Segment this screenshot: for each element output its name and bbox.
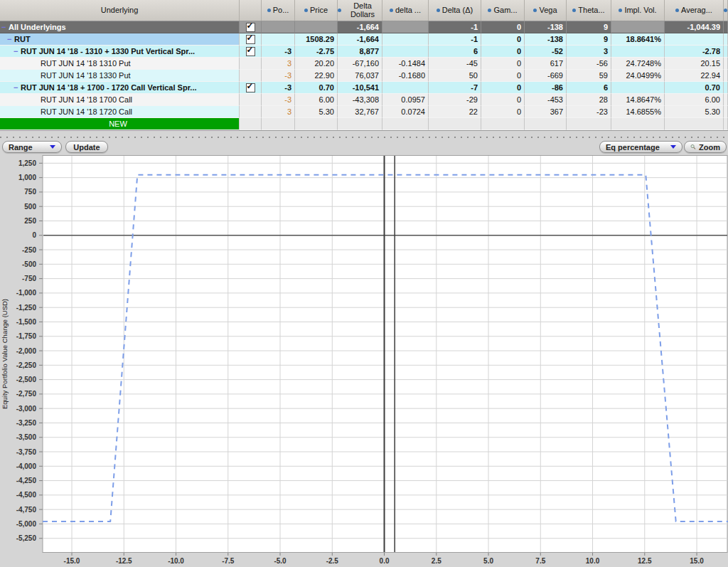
cell-value-delta_dollars: -1,664 (357, 35, 379, 43)
table-row[interactable]: RUT JUN 14 '18 1700 Call-36.00-43,3080.0… (0, 94, 728, 106)
row-checkbox[interactable]: ✓ (246, 47, 255, 56)
cell-value-delta_dollars: -43,308 (353, 95, 379, 104)
data-cell-theta: 28 (567, 94, 611, 106)
column-header-delta_dollars[interactable]: Delta Dollars (338, 0, 382, 21)
column-header-label: Gam... (493, 6, 517, 15)
data-cell-delta: -29 (429, 94, 481, 106)
column-header-delta[interactable]: Delta (Δ) (429, 0, 481, 21)
cell-value-gamma: 0 (517, 95, 521, 104)
check-icon: ✓ (247, 46, 254, 55)
column-dot-icon (488, 9, 491, 12)
table-row[interactable]: −RUT✓1508.29-1,664-10-138918.8641% (0, 33, 728, 46)
column-header-vega[interactable]: Vega (525, 0, 567, 21)
axis-mode-label: Eq percentage (606, 143, 660, 152)
svg-text:-1,750: -1,750 (16, 332, 37, 340)
cell-value-delta_dollars: 8,877 (359, 47, 379, 55)
svg-text:-2.5: -2.5 (326, 557, 339, 565)
underlying-cell: RUT JUN 14 '18 1720 Call (0, 106, 240, 118)
table-row[interactable]: −RUT JUN 14 '18 - 1310 + 1330 Put Vertic… (0, 46, 728, 58)
data-cell-delta_small (382, 82, 429, 94)
axis-mode-dropdown[interactable]: Eq percentage (599, 141, 682, 153)
zoom-button[interactable]: Zoom (684, 141, 727, 153)
cell-value-gamma: 0 (517, 71, 521, 80)
data-cell-delta_dollars: 76,037 (338, 70, 382, 82)
data-cell-theta: -23 (567, 106, 611, 118)
data-cell-impl_vol (611, 118, 665, 130)
data-cell-pos: 3 (262, 58, 295, 70)
cell-value-delta: -29 (466, 95, 478, 104)
collapse-minus-icon[interactable]: − (1, 23, 9, 31)
data-cell-impl_vol: 24.7248% (611, 58, 665, 70)
column-header-impl_vol[interactable]: Impl. Vol. (611, 0, 665, 21)
svg-text:-15.0: -15.0 (64, 557, 80, 565)
data-cell-vega: 617 (525, 58, 567, 70)
y-axis-title: Equity Portfolio Value Change (USD) (1, 299, 9, 409)
table-row[interactable]: −All Underlyings✓-1,664-10-1389-1,044.39 (0, 21, 728, 33)
column-header-theta[interactable]: Theta... (567, 0, 611, 21)
cell-value-delta: 22 (469, 107, 478, 116)
svg-text:-5.0: -5.0 (274, 557, 287, 565)
collapse-minus-icon[interactable]: − (7, 35, 14, 43)
column-header-price[interactable]: Price (295, 0, 338, 21)
cell-value-delta: -7 (471, 83, 478, 92)
underlying-label: RUT JUN 14 '18 1700 Call (41, 95, 132, 104)
row-checkbox[interactable]: ✓ (246, 35, 255, 44)
data-cell-delta_dollars: -1,664 (338, 33, 382, 46)
column-header-pos[interactable]: Po... (262, 0, 295, 21)
svg-text:-3,500: -3,500 (16, 433, 37, 441)
cell-value-avg: -2.78 (702, 47, 720, 55)
svg-text:10.0: 10.0 (586, 557, 600, 565)
underlying-label: RUT JUN 14 '18 1330 Put (41, 71, 131, 80)
data-cell-theta: -56 (567, 58, 611, 70)
collapse-minus-icon[interactable]: − (14, 47, 21, 55)
underlying-label: RUT (14, 35, 31, 43)
row-checkbox[interactable]: ✓ (246, 23, 255, 32)
data-cell-impl_vol: 14.6855% (611, 106, 665, 118)
data-cell-delta: -1 (429, 33, 481, 46)
table-row[interactable]: NEW (0, 118, 728, 130)
table-row[interactable]: RUT JUN 14 '18 1330 Put-322.9076,037-0.1… (0, 70, 728, 82)
collapse-minus-icon[interactable]: − (14, 83, 21, 92)
table-row[interactable]: RUT JUN 14 '18 1720 Call35.3032,7670.072… (0, 106, 728, 118)
data-cell-gamma: 0 (481, 70, 525, 82)
data-cell-partial (724, 118, 728, 130)
underlying-cell: −RUT (0, 33, 240, 46)
data-cell-price: -2.75 (295, 46, 338, 58)
column-header-check[interactable] (240, 0, 262, 21)
cell-value-price: 1508.29 (306, 35, 334, 43)
row-checkbox[interactable]: ✓ (246, 83, 255, 92)
cell-value-delta: 50 (469, 71, 478, 80)
cell-value-impl_vol: 24.7248% (626, 59, 661, 68)
data-cell-delta_dollars: -67,160 (338, 58, 382, 70)
svg-text:500: 500 (24, 203, 36, 211)
cell-value-delta: -1 (471, 23, 478, 31)
table-row[interactable]: RUT JUN 14 '18 1310 Put320.20-67,160-0.1… (0, 58, 728, 70)
column-header-label: Delta (Δ) (442, 6, 473, 15)
svg-text:-5,000: -5,000 (16, 520, 37, 528)
payoff-chart-canvas[interactable]: 1,2501,0007505002500-250-500-750-1,000-1… (0, 155, 728, 567)
cell-value-impl_vol: 14.8647% (626, 95, 661, 104)
column-header-gamma[interactable]: Gam... (481, 0, 525, 21)
range-dropdown[interactable]: Range (2, 141, 62, 153)
update-button[interactable]: Update (65, 141, 108, 153)
data-cell-partial (724, 106, 728, 118)
column-header-avg[interactable]: Averag... (665, 0, 724, 21)
panel-splitter[interactable] (0, 131, 728, 139)
cell-value-theta: -56 (596, 59, 608, 68)
table-row[interactable]: −RUT JUN 14 '18 + 1700 - 1720 Call Verti… (0, 82, 728, 94)
column-header-delta_small[interactable]: delta ... (382, 0, 429, 21)
cell-value-theta: 59 (599, 71, 608, 80)
data-cell-pos: -3 (262, 46, 295, 58)
cell-value-vega: -138 (547, 35, 563, 43)
data-cell-avg: -2.78 (665, 46, 724, 58)
data-cell-delta: -45 (429, 58, 481, 70)
data-cell-partial (724, 21, 728, 33)
payoff-chart[interactable]: 1,2501,0007505002500-250-500-750-1,000-1… (0, 155, 728, 567)
svg-text:-10.0: -10.0 (168, 557, 184, 565)
data-cell-price: 6.00 (295, 94, 338, 106)
cell-value-pos: -3 (284, 95, 291, 104)
column-header-underlying[interactable]: Underlying (0, 0, 240, 21)
svg-text:-2,500: -2,500 (16, 376, 37, 383)
zoom-button-label: Zoom (699, 143, 720, 152)
column-header-partial[interactable] (724, 0, 728, 21)
